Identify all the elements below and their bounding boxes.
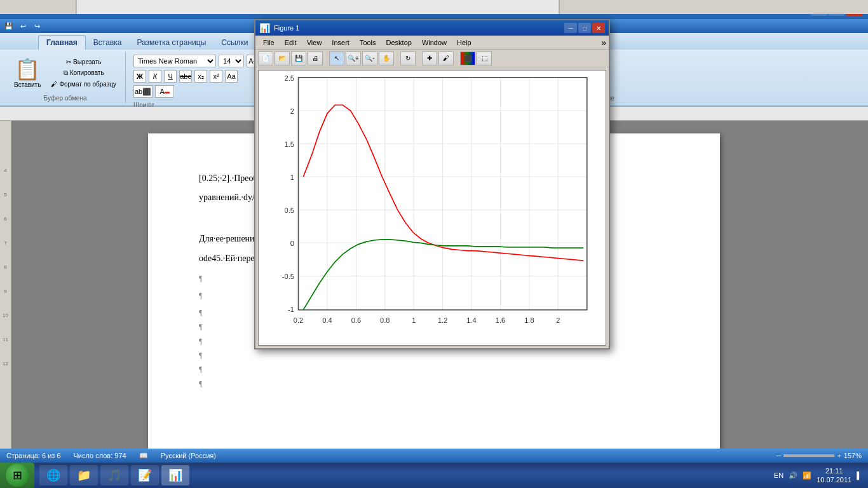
windows-orb: ⊞ (6, 464, 29, 487)
vertical-ruler: 456789101112 (0, 121, 11, 376)
paste-button[interactable]: 📋 Вставить (10, 56, 44, 90)
media-icon: 🎵 (107, 468, 121, 482)
qat-save[interactable]: 💾 (3, 20, 15, 32)
para-9: ¶ (199, 362, 669, 376)
svg-text:-1: -1 (288, 306, 294, 313)
svg-text:1: 1 (290, 173, 294, 181)
zoom-in-button[interactable]: + (837, 452, 841, 459)
save-button[interactable]: 💾 (291, 51, 306, 65)
cut-button[interactable]: ✂ Вырезать (47, 57, 120, 67)
svg-text:0.6: 0.6 (351, 316, 361, 324)
matlab-toolbar: 📄 📂 💾 🖨 ↖ 🔍+ 🔍- ✋ ↻ ✚ 🖌 ⬛ ⬚ (255, 50, 609, 67)
text-highlight-button[interactable]: ab⬛ (133, 85, 153, 98)
tab-home[interactable]: Главная (38, 35, 86, 50)
matlab-menu-help[interactable]: Help (452, 37, 477, 48)
ie-icon: 🌐 (46, 468, 60, 482)
matlab-title-text: Figure 1 (274, 24, 563, 32)
plot3d-button[interactable]: ⬚ (477, 51, 492, 65)
system-clock: 21:11 10.07.2011 (817, 466, 851, 485)
tab-page-layout[interactable]: Разметка страницы (129, 36, 214, 50)
strikethrough-button[interactable]: abc (179, 70, 192, 83)
svg-text:0.4: 0.4 (322, 316, 332, 324)
svg-text:0.2: 0.2 (294, 316, 303, 324)
network-icon: 📶 (803, 471, 811, 480)
svg-text:0.5: 0.5 (285, 207, 294, 214)
matlab-figure-window: 📊 Figure 1 ─ □ ✕ File Edit View Insert T… (254, 19, 610, 349)
word-count: Число слов: 974 (74, 452, 126, 459)
bold-button[interactable]: Ж (133, 70, 146, 83)
matlab-menu-desktop[interactable]: Desktop (381, 37, 417, 48)
svg-text:1.4: 1.4 (466, 316, 476, 324)
font-name-row: Times New Roman 14 A+ A- (133, 55, 275, 67)
matlab-minimize[interactable]: ─ (564, 23, 577, 33)
taskbar-matlab[interactable]: 📊 (161, 465, 189, 485)
svg-text:1.2: 1.2 (438, 316, 447, 324)
rotate-button[interactable]: ↻ (400, 51, 416, 65)
font-color-button[interactable]: A▬ (155, 85, 174, 98)
font-format-row: Ж К Ч abc x₂ x² Аа (133, 70, 238, 83)
svg-text:0: 0 (290, 240, 294, 247)
pan-button[interactable]: ✋ (379, 51, 394, 65)
taskbar-word[interactable]: 📝 (131, 465, 159, 485)
page-info: Страница: 6 из 6 (6, 452, 61, 459)
matlab-menu-file[interactable]: File (258, 37, 280, 48)
word-taskbar-icon: 📝 (138, 468, 152, 482)
tab-insert[interactable]: Вставка (86, 36, 130, 50)
matlab-menu-tools[interactable]: Tools (355, 37, 381, 48)
zoom-out-button[interactable]: 🔍- (362, 51, 377, 65)
matlab-menu-window[interactable]: Window (417, 37, 452, 48)
matlab-plot-area: 0.2 0.4 0.6 0.8 1 1.2 1.4 1.6 1.8 2 2.5 … (258, 70, 606, 346)
zoom-level: 157% (844, 452, 862, 459)
colormap-button[interactable]: ⬛ (460, 51, 475, 65)
matlab-menu-insert[interactable]: Insert (327, 37, 355, 48)
folder-icon: 📁 (77, 468, 91, 482)
matlab-menu-edit[interactable]: Edit (280, 37, 302, 48)
data-cursor-button[interactable]: ✚ (422, 51, 437, 65)
font-color-row: ab⬛ A▬ (133, 85, 174, 98)
language-indicator: EN (774, 471, 783, 479)
spell-check-icon: 📖 (139, 452, 148, 460)
text-line3: Для·ее·решения· (199, 234, 261, 243)
matlab-menu-view[interactable]: View (302, 37, 327, 48)
matlab-plot-svg: 0.2 0.4 0.6 0.8 1 1.2 1.4 1.6 1.8 2 2.5 … (259, 71, 606, 345)
clipboard-group: 📋 Вставить ✂ Вырезать ⧉ Копировать 🖌 Фор… (5, 52, 126, 103)
print-button[interactable]: 🖨 (308, 51, 323, 65)
new-figure-button[interactable]: 📄 (258, 51, 273, 65)
brush-button[interactable]: 🖌 (438, 51, 454, 65)
font-name-select[interactable]: Times New Roman (133, 55, 216, 67)
zoom-slider[interactable] (783, 454, 834, 457)
matlab-close[interactable]: ✕ (592, 23, 605, 33)
taskbar-items: 🌐 📁 🎵 📝 📊 (37, 465, 768, 485)
taskbar-ie[interactable]: 🌐 (39, 465, 67, 485)
qat-redo[interactable]: ↪ (31, 20, 43, 32)
tab-references[interactable]: Ссылки (214, 36, 255, 50)
paste-icon: 📋 (15, 57, 40, 81)
taskbar-right: EN 🔊 📶 21:11 10.07.2011 ▌ (768, 466, 868, 485)
start-button[interactable]: ⊞ (0, 463, 34, 488)
copy-button[interactable]: ⧉ Копировать (47, 68, 120, 78)
show-desktop[interactable]: ▌ (857, 471, 862, 479)
svg-text:1.6: 1.6 (496, 316, 505, 324)
change-case-button[interactable]: Аа (225, 70, 238, 83)
pilcrow-4: ¶ (199, 291, 202, 300)
matlab-taskbar-icon: 📊 (168, 468, 182, 482)
para-10: ¶ (199, 377, 669, 391)
font-size-select[interactable]: 14 (219, 55, 244, 67)
matlab-maximize[interactable]: □ (578, 23, 591, 33)
subscript-button[interactable]: x₂ (194, 70, 207, 83)
status-bar: Страница: 6 из 6 Число слов: 974 📖 Русск… (0, 449, 868, 463)
zoom-in-button[interactable]: 🔍+ (346, 51, 361, 65)
taskbar-explorer[interactable]: 📁 (70, 465, 98, 485)
taskbar-media[interactable]: 🎵 (100, 465, 128, 485)
superscript-button[interactable]: x² (210, 70, 222, 83)
italic-button[interactable]: К (149, 70, 161, 83)
underline-button[interactable]: Ч (164, 70, 177, 83)
clock-date: 10.07.2011 (817, 475, 851, 484)
format-painter-button[interactable]: 🖌 Формат по образцу (47, 79, 120, 89)
zoom-out-button[interactable]: ─ (776, 452, 782, 459)
svg-text:2.5: 2.5 (285, 74, 294, 82)
cursor-button[interactable]: ↖ (329, 51, 344, 65)
open-button[interactable]: 📂 (275, 51, 290, 65)
qat-undo[interactable]: ↩ (17, 20, 29, 32)
matlab-menu-expand[interactable]: » (601, 37, 606, 48)
